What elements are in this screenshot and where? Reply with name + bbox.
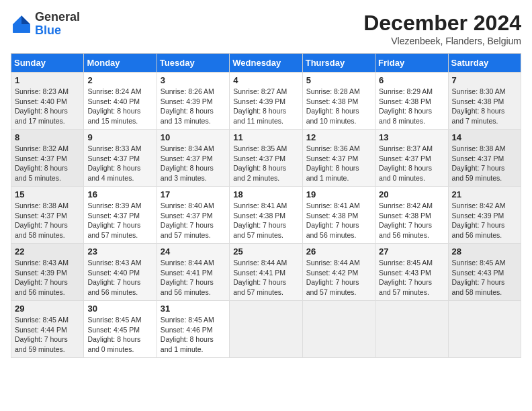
day-info: Sunrise: 8:40 AMSunset: 4:37 PMDaylight:… [161, 201, 226, 240]
day-number: 14 [452, 132, 517, 142]
calendar-cell: 7Sunrise: 8:30 AMSunset: 4:38 PMDaylight… [448, 73, 521, 130]
calendar-cell [302, 301, 375, 358]
day-info: Sunrise: 8:44 AMSunset: 4:41 PMDaylight:… [161, 258, 226, 298]
day-number: 30 [87, 304, 152, 314]
day-number: 8 [15, 132, 80, 142]
calendar-cell: 14Sunrise: 8:38 AMSunset: 4:37 PMDayligh… [448, 130, 521, 187]
calendar-week-row: 15Sunrise: 8:38 AMSunset: 4:37 PMDayligh… [11, 187, 521, 244]
calendar-cell: 19Sunrise: 8:41 AMSunset: 4:38 PMDayligh… [302, 187, 375, 244]
day-number: 16 [87, 189, 152, 199]
day-number: 10 [161, 132, 226, 142]
calendar-cell: 31Sunrise: 8:45 AMSunset: 4:46 PMDayligh… [157, 301, 229, 358]
svg-marker-1 [21, 15, 30, 24]
day-info: Sunrise: 8:45 AMSunset: 4:46 PMDaylight:… [161, 315, 226, 355]
calendar-cell: 18Sunrise: 8:41 AMSunset: 4:38 PMDayligh… [230, 187, 302, 244]
calendar-cell [448, 301, 521, 358]
calendar-cell: 25Sunrise: 8:44 AMSunset: 4:41 PMDayligh… [230, 244, 302, 301]
day-of-week-header: Tuesday [157, 54, 229, 73]
day-info: Sunrise: 8:44 AMSunset: 4:41 PMDaylight:… [233, 258, 298, 298]
calendar-cell: 6Sunrise: 8:29 AMSunset: 4:38 PMDaylight… [375, 73, 448, 130]
day-number: 15 [15, 189, 80, 199]
day-number: 27 [379, 246, 444, 257]
calendar-header-row: SundayMondayTuesdayWednesdayThursdayFrid… [11, 54, 521, 73]
calendar-cell: 9Sunrise: 8:33 AMSunset: 4:37 PMDaylight… [84, 130, 157, 187]
day-info: Sunrise: 8:42 AMSunset: 4:39 PMDaylight:… [452, 201, 517, 240]
day-of-week-header: Friday [375, 54, 448, 73]
day-number: 28 [452, 246, 517, 257]
calendar-cell: 13Sunrise: 8:37 AMSunset: 4:37 PMDayligh… [375, 130, 448, 187]
day-info: Sunrise: 8:43 AMSunset: 4:40 PMDaylight:… [87, 258, 152, 298]
day-number: 21 [452, 189, 517, 199]
calendar-cell: 15Sunrise: 8:38 AMSunset: 4:37 PMDayligh… [11, 187, 84, 244]
calendar-cell: 2Sunrise: 8:24 AMSunset: 4:40 PMDaylight… [84, 73, 157, 130]
calendar-cell [230, 301, 302, 358]
calendar-cell: 30Sunrise: 8:45 AMSunset: 4:45 PMDayligh… [84, 301, 157, 358]
calendar-cell: 22Sunrise: 8:43 AMSunset: 4:39 PMDayligh… [11, 244, 84, 301]
day-number: 25 [233, 246, 298, 257]
day-info: Sunrise: 8:45 AMSunset: 4:43 PMDaylight:… [379, 258, 444, 298]
day-info: Sunrise: 8:23 AMSunset: 4:40 PMDaylight:… [15, 87, 80, 126]
day-info: Sunrise: 8:38 AMSunset: 4:37 PMDaylight:… [15, 201, 80, 240]
day-info: Sunrise: 8:41 AMSunset: 4:38 PMDaylight:… [306, 201, 371, 240]
day-info: Sunrise: 8:27 AMSunset: 4:39 PMDaylight:… [233, 87, 298, 126]
day-of-week-header: Monday [84, 54, 157, 73]
day-number: 13 [379, 132, 444, 142]
day-number: 1 [15, 75, 80, 85]
calendar-cell: 1Sunrise: 8:23 AMSunset: 4:40 PMDaylight… [11, 73, 84, 130]
day-info: Sunrise: 8:28 AMSunset: 4:38 PMDaylight:… [306, 87, 371, 126]
day-of-week-header: Sunday [11, 54, 84, 73]
logo-icon [11, 13, 32, 35]
calendar-week-row: 22Sunrise: 8:43 AMSunset: 4:39 PMDayligh… [11, 244, 521, 301]
calendar-cell: 23Sunrise: 8:43 AMSunset: 4:40 PMDayligh… [84, 244, 157, 301]
day-number: 9 [87, 132, 152, 142]
day-info: Sunrise: 8:45 AMSunset: 4:44 PMDaylight:… [15, 315, 80, 355]
title-section: December 2024 Vlezenbeek, Flanders, Belg… [363, 11, 521, 46]
day-number: 4 [233, 75, 298, 85]
calendar-cell: 20Sunrise: 8:42 AMSunset: 4:38 PMDayligh… [375, 187, 448, 244]
calendar-cell: 8Sunrise: 8:32 AMSunset: 4:37 PMDaylight… [11, 130, 84, 187]
day-number: 17 [161, 189, 226, 199]
logo: General Blue [11, 11, 80, 38]
day-number: 26 [306, 246, 371, 257]
calendar-cell: 24Sunrise: 8:44 AMSunset: 4:41 PMDayligh… [157, 244, 229, 301]
day-number: 2 [87, 75, 152, 85]
month-title: December 2024 [363, 11, 521, 36]
day-number: 23 [87, 246, 152, 257]
calendar-cell: 12Sunrise: 8:36 AMSunset: 4:37 PMDayligh… [302, 130, 375, 187]
day-number: 12 [306, 132, 371, 142]
day-number: 22 [15, 246, 80, 257]
day-number: 24 [161, 246, 226, 257]
calendar-cell: 29Sunrise: 8:45 AMSunset: 4:44 PMDayligh… [11, 301, 84, 358]
location-subtitle: Vlezenbeek, Flanders, Belgium [363, 36, 521, 46]
day-info: Sunrise: 8:37 AMSunset: 4:37 PMDaylight:… [379, 144, 444, 183]
day-info: Sunrise: 8:35 AMSunset: 4:37 PMDaylight:… [233, 144, 298, 183]
calendar-cell: 27Sunrise: 8:45 AMSunset: 4:43 PMDayligh… [375, 244, 448, 301]
day-info: Sunrise: 8:45 AMSunset: 4:43 PMDaylight:… [452, 258, 517, 298]
day-info: Sunrise: 8:29 AMSunset: 4:38 PMDaylight:… [379, 87, 444, 126]
calendar-week-row: 1Sunrise: 8:23 AMSunset: 4:40 PMDaylight… [11, 73, 521, 130]
svg-rect-2 [13, 24, 30, 33]
day-number: 18 [233, 189, 298, 199]
calendar-table: SundayMondayTuesdayWednesdayThursdayFrid… [11, 53, 521, 358]
day-number: 7 [452, 75, 517, 85]
day-of-week-header: Wednesday [230, 54, 302, 73]
calendar-cell: 4Sunrise: 8:27 AMSunset: 4:39 PMDaylight… [230, 73, 302, 130]
calendar-week-row: 29Sunrise: 8:45 AMSunset: 4:44 PMDayligh… [11, 301, 521, 358]
day-info: Sunrise: 8:42 AMSunset: 4:38 PMDaylight:… [379, 201, 444, 240]
day-number: 3 [161, 75, 226, 85]
day-number: 20 [379, 189, 444, 199]
day-info: Sunrise: 8:33 AMSunset: 4:37 PMDaylight:… [87, 144, 152, 183]
calendar-cell: 21Sunrise: 8:42 AMSunset: 4:39 PMDayligh… [448, 187, 521, 244]
calendar-cell: 17Sunrise: 8:40 AMSunset: 4:37 PMDayligh… [157, 187, 229, 244]
day-number: 29 [15, 304, 80, 314]
day-number: 31 [161, 304, 226, 314]
day-number: 11 [233, 132, 298, 142]
day-info: Sunrise: 8:43 AMSunset: 4:39 PMDaylight:… [15, 258, 80, 298]
day-of-week-header: Thursday [302, 54, 375, 73]
day-info: Sunrise: 8:41 AMSunset: 4:38 PMDaylight:… [233, 201, 298, 240]
calendar-cell: 11Sunrise: 8:35 AMSunset: 4:37 PMDayligh… [230, 130, 302, 187]
calendar-cell: 16Sunrise: 8:39 AMSunset: 4:37 PMDayligh… [84, 187, 157, 244]
day-info: Sunrise: 8:34 AMSunset: 4:37 PMDaylight:… [161, 144, 226, 183]
day-number: 6 [379, 75, 444, 85]
calendar-cell: 3Sunrise: 8:26 AMSunset: 4:39 PMDaylight… [157, 73, 229, 130]
